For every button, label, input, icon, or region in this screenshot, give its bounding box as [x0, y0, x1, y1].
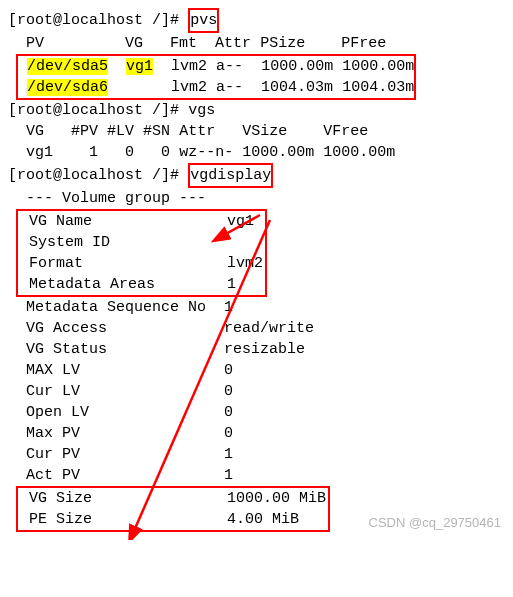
pvs-row-1: /dev/sda6 lvm2 a-- 1004.03m 1004.03m	[18, 77, 414, 98]
pvs-row1-psize: 1004.03m	[261, 79, 333, 96]
prompt-symbol: #	[170, 12, 179, 29]
vgd-vgname: VG Name vg1	[20, 211, 263, 232]
pvs-row1-fmt: lvm2	[171, 79, 207, 96]
prompt-line-vgs: [root@localhost /]# vgs	[8, 100, 505, 121]
vgd-status: VG Status resizable	[8, 339, 505, 360]
cmd-vgs: vgs	[188, 102, 215, 119]
prompt-line-vgdisplay: [root@localhost /]# vgdisplay	[8, 163, 505, 188]
vgd-sysid: System ID	[20, 232, 263, 253]
vgd-actpv: Act PV 1	[8, 465, 505, 486]
pvs-hdr-vg: VG	[125, 35, 143, 52]
watermark: CSDN @cq_29750461	[369, 514, 501, 532]
vgd-curpv: Cur PV 1	[8, 444, 505, 465]
vgs-row: vg1 1 0 0 wz--n- 1000.00m 1000.00m	[8, 142, 505, 163]
pvs-row0-psize: 1000.00m	[261, 58, 333, 75]
pvs-row0-fmt: lvm2	[171, 58, 207, 75]
vgs-header: VG #PV #LV #SN Attr VSize VFree	[8, 121, 505, 142]
prompt-path: /	[152, 12, 161, 29]
vgd-box-2: VG Size 1000.00 MiB PE Size 4.00 MiB	[16, 486, 330, 532]
vgd-section: --- Volume group ---	[8, 188, 505, 209]
cmd-pvs: pvs	[188, 8, 219, 33]
vgd-openlv: Open LV 0	[8, 402, 505, 423]
pvs-row1-attr: a--	[216, 79, 243, 96]
pvs-row1-pv: /dev/sda6	[27, 79, 108, 96]
pvs-hdr-attr: Attr	[215, 35, 251, 52]
pvs-row1-pfree: 1004.03m	[342, 79, 414, 96]
vgd-box-1: VG Name vg1 System ID Format lvm2 Metada…	[16, 209, 267, 297]
vgd-maxlv: MAX LV 0	[8, 360, 505, 381]
pvs-row0-pv: /dev/sda5	[27, 58, 108, 75]
pvs-header: PV VG Fmt Attr PSize PFree	[8, 33, 505, 54]
vgd-vgsize: VG Size 1000.00 MiB	[20, 488, 326, 509]
pvs-row0-pfree: 1000.00m	[342, 58, 414, 75]
pvs-row-0: /dev/sda5 vg1 lvm2 a-- 1000.00m 1000.00m	[18, 56, 414, 77]
cmd-vgdisplay: vgdisplay	[188, 163, 273, 188]
pvs-hdr-psize: PSize	[260, 35, 305, 52]
vgd-pesize: PE Size 4.00 MiB	[20, 509, 326, 530]
vgd-format: Format lvm2	[20, 253, 263, 274]
prompt-host: localhost	[62, 12, 143, 29]
vgd-metaareas: Metadata Areas 1	[20, 274, 263, 295]
pvs-row0-attr: a--	[216, 58, 243, 75]
pvs-row0-vg: vg1	[126, 58, 153, 75]
pvs-rows-box: /dev/sda5 vg1 lvm2 a-- 1000.00m 1000.00m…	[16, 54, 416, 100]
vgd-access: VG Access read/write	[8, 318, 505, 339]
pvs-hdr-pfree: PFree	[341, 35, 386, 52]
prompt-line-pvs: [root@localhost /]# pvs	[8, 8, 505, 33]
vgd-maxpv: Max PV 0	[8, 423, 505, 444]
vgd-curlv: Cur LV 0	[8, 381, 505, 402]
vgd-metaseq: Metadata Sequence No 1	[8, 297, 505, 318]
pvs-hdr-fmt: Fmt	[170, 35, 197, 52]
prompt-user: root	[17, 12, 53, 29]
pvs-hdr-pv: PV	[26, 35, 44, 52]
